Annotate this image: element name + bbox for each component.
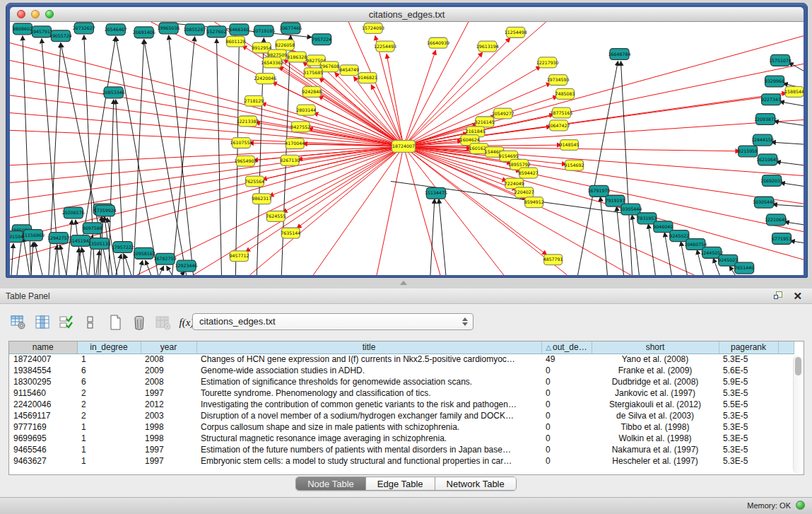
table-row[interactable]: 911546021997Tourette syndrome. Phenomeno… (9, 387, 794, 399)
graph-node[interactable]: 10549277 (492, 108, 514, 119)
table-cell-pagerank[interactable]: 5.3E-5 (719, 354, 778, 365)
graph-node[interactable]: 16640939 (427, 37, 449, 48)
graph-edge[interactable] (772, 204, 804, 206)
new-file-icon[interactable] (106, 313, 126, 332)
graph-node[interactable]: 17957222 (112, 242, 134, 253)
graph-edge[interactable] (66, 220, 72, 275)
column-header-name[interactable]: name (9, 341, 77, 354)
table-row[interactable]: 1872400712008Changes of HCN gene express… (9, 354, 794, 365)
graph-node[interactable]: 12254493 (374, 41, 396, 52)
graph-node[interactable]: 9046040 (653, 221, 673, 233)
table-cell-out_degree[interactable]: 0 (541, 444, 592, 455)
table-cell-name[interactable]: 9465546 (9, 444, 77, 455)
stacked-boxes-icon[interactable] (81, 313, 100, 332)
graph-edge[interactable] (404, 36, 804, 146)
graph-node[interactable]: 7957224 (312, 34, 331, 45)
graph-node[interactable]: 7624555 (266, 211, 286, 222)
row-check-icon[interactable] (57, 313, 76, 332)
graph-edge[interactable] (790, 241, 804, 243)
graph-node[interactable]: 7485083 (555, 88, 575, 99)
graph-edge[interactable] (182, 271, 185, 275)
table-cell-year[interactable]: 2003 (141, 410, 196, 421)
table-cell-short[interactable]: Hescheler et al. (1997) (592, 455, 719, 467)
table-cell-title[interactable]: Genome-wide association studies in ADHD. (196, 365, 541, 376)
graph-node[interactable]: 7651440 (734, 262, 754, 274)
graph-node[interactable]: 12217930 (536, 57, 559, 68)
graph-edge[interactable] (404, 146, 804, 259)
network-table-dropdown[interactable]: citations_edges.txt (192, 313, 473, 330)
delete-table-icon[interactable] (129, 313, 149, 332)
table-cell-pagerank[interactable]: 5.3E-5 (719, 444, 778, 455)
table-cell-pagerank[interactable]: 5.3E-5 (719, 410, 778, 421)
table-cell-title[interactable]: Structural magnetic resonance image aver… (196, 433, 541, 444)
table-cell-pagerank[interactable]: 5.3E-5 (719, 421, 778, 433)
graph-node[interactable]: 10305440 (753, 197, 775, 208)
graph-node[interactable]: 15692031 (760, 175, 783, 187)
graph-node[interactable]: 12213387 (236, 116, 259, 127)
table-cell-title[interactable]: Changes of HCN gene expression and I(f) … (196, 354, 541, 365)
graph-node[interactable]: 8186328 (287, 52, 307, 62)
graph-node[interactable]: 10677466 (279, 23, 302, 34)
graph-node[interactable]: 8594427 (519, 168, 539, 178)
graph-node[interactable]: 9154692 (565, 160, 584, 170)
table-cell-out_degree[interactable]: 0 (541, 387, 592, 399)
table-row[interactable]: 946362711997Embryonic stem cells: a mode… (9, 455, 794, 467)
graph-node[interactable]: 13505135 (88, 238, 111, 250)
graph-edge[interactable] (784, 222, 804, 225)
graph-node[interactable]: 20853346 (102, 87, 125, 98)
graph-node[interactable]: 9242848 (302, 86, 322, 97)
table-cell-title[interactable]: Embryonic stem cells: a model to study s… (196, 455, 541, 467)
table-cell-pagerank[interactable]: 5.3E-5 (719, 455, 778, 467)
table-cell-out_degree[interactable]: 0 (541, 410, 592, 421)
table-cell-year[interactable]: 2008 (141, 376, 196, 387)
graph-edge[interactable] (404, 146, 440, 275)
graph-node[interactable]: 16791975 (588, 185, 611, 197)
graph-node[interactable]: 9862317 (252, 194, 271, 204)
table-cell-in_degree[interactable]: 6 (77, 365, 141, 376)
table-row[interactable]: 1938455462009Genome-wide association stu… (9, 365, 794, 376)
table-cell-in_degree[interactable]: 2 (77, 387, 141, 399)
table-cell-in_degree[interactable]: 2 (77, 399, 141, 410)
graph-node[interactable]: 16782759 (154, 253, 177, 264)
table-cell-pagerank[interactable]: 5.9E-5 (719, 376, 778, 387)
graph-node[interactable]: 1588544 (784, 86, 804, 97)
table-cell-title[interactable]: Investigating the contribution of common… (196, 399, 541, 410)
table-cell-title[interactable]: Disruption of a novel member of a sodium… (196, 410, 541, 421)
graph-node[interactable]: 17359924 (94, 205, 117, 216)
graph-node[interactable]: 2718129 (244, 95, 264, 106)
graph-edge[interactable] (404, 146, 567, 275)
graph-node[interactable]: 12093872 (754, 114, 777, 125)
graph-node[interactable]: 20206576 (62, 207, 85, 218)
column-header-year[interactable]: year (141, 341, 196, 354)
table-cell-year[interactable]: 1997 (141, 387, 196, 399)
table-row[interactable]: 946554611997Estimation of the future num… (9, 444, 794, 455)
graph-node[interactable]: 9148545 (560, 140, 579, 151)
table-cell-in_degree[interactable]: 1 (77, 455, 141, 467)
graph-edge[interactable] (31, 243, 33, 275)
column-header-out_degree[interactable]: △out_de… (541, 341, 592, 354)
graph-node[interactable]: 19613194 (476, 41, 499, 52)
graph-node[interactable]: 12444158 (751, 134, 774, 146)
table-cell-year[interactable]: 2009 (141, 365, 196, 376)
table-cell-title[interactable]: Tourette syndrome. Phenomenology and cla… (196, 387, 541, 399)
graph-node[interactable]: 9329966 (765, 76, 784, 87)
table-cell-name[interactable]: 18724007 (9, 354, 77, 365)
tab-node-table[interactable]: Node Table (296, 477, 366, 490)
graph-edge[interactable] (82, 247, 88, 275)
graph-edge[interactable] (116, 37, 158, 275)
graph-node[interactable]: 15751074 (769, 54, 792, 66)
table-row[interactable]: 2242004622012Investigating the contribut… (9, 399, 794, 410)
table-cell-name[interactable]: 9463627 (9, 455, 77, 467)
column-header-filler[interactable] (778, 341, 794, 354)
column-header-pagerank[interactable]: pagerank (719, 341, 778, 354)
table-cell-short[interactable]: Yano et al. (2008) (592, 354, 719, 365)
table-cell-name[interactable]: 18300295 (9, 376, 77, 387)
graph-edge[interactable] (216, 39, 221, 275)
float-panel-icon[interactable] (774, 291, 784, 301)
graph-edge[interactable] (167, 266, 172, 275)
graph-edge[interactable] (169, 35, 194, 275)
graph-edge[interactable] (253, 146, 404, 160)
table-cell-in_degree[interactable]: 2 (77, 410, 141, 421)
table-cell-name[interactable]: 9699695 (9, 433, 77, 444)
table-cell-year[interactable]: 2012 (141, 399, 196, 410)
